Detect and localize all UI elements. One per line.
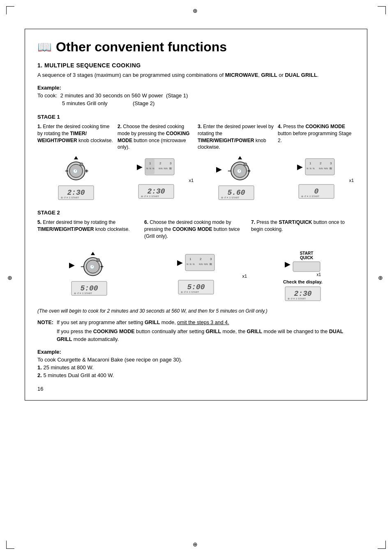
step6-text: 6. Choose the desired cooking mode by pr…	[144, 219, 248, 248]
step2-diagram: ▶ 1 2 3 ≈ ≈ ≈ ≈≈ ≈≈ ≋	[118, 155, 194, 199]
step5-col: 5. Enter desired time by rotating the TI…	[37, 219, 141, 302]
svg-text:2:30: 2:30	[147, 187, 165, 196]
example2-section: Example: To cook Courgette & Macaroni Ba…	[37, 349, 355, 378]
stage2-steps: 5. Enter desired time by rotating the TI…	[37, 219, 355, 302]
note-section: NOTE: If you set any programme after set…	[37, 319, 355, 343]
step2-display-svg: 2:30 ⊕ ↺ ✕ ≡ START	[138, 184, 175, 199]
svg-text:≈≈ ≈≈: ≈≈ ≈≈	[199, 262, 208, 266]
step2-x1: x1	[118, 178, 194, 183]
note-line1: If you set any programme after setting G…	[57, 319, 355, 327]
step5-display-svg: 5:00 ⊕ ↺ ✕ ≡ START	[71, 281, 108, 296]
svg-text:2: 2	[159, 161, 161, 165]
example2-item1: 1. 25 minutes at 800 W.	[37, 364, 355, 371]
page-number: 16	[37, 386, 355, 392]
step6-col: 6. Choose the desired cooking mode by pr…	[144, 219, 248, 302]
svg-text:1: 1	[309, 161, 311, 165]
note-content: If you set any programme after setting G…	[57, 319, 355, 343]
svg-point-26	[244, 163, 247, 166]
example2-label: Example:	[37, 349, 355, 355]
step4-col: 4. Press the COOKING MODE button before …	[278, 123, 355, 200]
reg-mark-left	[7, 274, 14, 281]
step7-text: 7. Press the START/QUICK button once to …	[251, 219, 355, 248]
svg-text:−: −	[81, 263, 84, 270]
section1-title: 1. MULTIPLE SEQUENCE COOKING	[37, 62, 355, 69]
svg-text:≋: ≋	[169, 166, 172, 170]
svg-text:2:30: 2:30	[294, 290, 311, 298]
step7-col: 7. Press the START/QUICK button once to …	[251, 219, 355, 302]
step7-diagram: ▶ STARTQUICK x1 Check the display.	[251, 251, 355, 302]
svg-text:⊕ ↺ ✕ ≡ START: ⊕ ↺ ✕ ≡ START	[181, 291, 199, 293]
content-box: 📖 Other convenient functions 1. MULTIPLE…	[25, 29, 367, 401]
page-title: 📖 Other convenient functions	[37, 39, 355, 55]
svg-text:≈ ≈ ≈: ≈ ≈ ≈	[187, 262, 195, 266]
check-display-label: Check the display.	[283, 279, 323, 284]
svg-text:3: 3	[170, 161, 172, 165]
note-label: NOTE:	[37, 319, 53, 343]
step2-col: 2. Choose the desired cooking mode by pr…	[118, 123, 194, 200]
step7-display-svg: 2:30 ⊕ ↺ ✕ ≡ START	[284, 286, 321, 302]
svg-text:⊕ ↺ ✕ ≡ START: ⊕ ↺ ✕ ≡ START	[301, 195, 320, 198]
example2-line1: To cook Courgette & Macaroni Bake (see r…	[37, 357, 355, 363]
svg-text:≈ ≈ ≈: ≈ ≈ ≈	[307, 166, 315, 170]
svg-text:≋: ≋	[209, 262, 212, 266]
svg-text:5:00: 5:00	[187, 283, 205, 291]
svg-marker-41	[91, 252, 95, 255]
svg-marker-0	[74, 156, 78, 159]
example1-label: Example:	[37, 85, 355, 91]
step5-knob-svg: − + 🕐	[76, 251, 109, 279]
svg-text:⊕ ↺ ✕ ≡ START: ⊕ ↺ ✕ ≡ START	[221, 196, 240, 199]
svg-point-5	[80, 163, 83, 166]
svg-text:+: +	[85, 168, 88, 174]
svg-text:⊕ ↺ ✕ ≡ START: ⊕ ↺ ✕ ≡ START	[61, 196, 79, 199]
step3-knob-svg: − + 🕐	[224, 155, 256, 183]
svg-text:⊕ ↺ ✕ ≡ START: ⊕ ↺ ✕ ≡ START	[141, 195, 159, 198]
corner-tl	[6, 6, 14, 14]
step4-x1: x1	[278, 178, 355, 183]
footer-note: (The oven will begin to cook for 2 minut…	[37, 308, 355, 314]
example2-item2: 2. 5 minutes Dual Grill at 400 W.	[37, 372, 355, 378]
step4-text: 4. Press the COOKING MODE button before …	[278, 123, 355, 152]
step7-button-svg	[292, 261, 321, 272]
svg-text:0: 0	[314, 187, 318, 196]
svg-text:⊕ ↺ ✕ ≡ START: ⊕ ↺ ✕ ≡ START	[74, 292, 92, 295]
step1-col: 1. Enter the desired cooking time by rot…	[37, 123, 114, 200]
step6-display-svg: 5:00 ⊕ ↺ ✕ ≡ START	[178, 279, 214, 295]
corner-tr	[378, 6, 386, 14]
svg-text:+: +	[247, 168, 251, 174]
step3-text: 3. Enter the desired power level by rota…	[198, 123, 274, 152]
svg-text:1: 1	[189, 257, 191, 261]
stage1-label: STAGE 1	[37, 114, 355, 120]
step6-x1: x1	[144, 274, 248, 279]
svg-text:−: −	[65, 168, 68, 174]
reg-mark-right	[378, 274, 385, 281]
step3-display-svg: 5.60 ⊕ ↺ ✕ ≡ START	[218, 185, 255, 200]
svg-rect-61	[293, 262, 320, 272]
step1-text: 1. Enter the desired cooking time by rot…	[37, 123, 114, 152]
example1-line1: To cook: 2 minutes and 30 seconds on 560…	[37, 92, 355, 99]
svg-text:3: 3	[210, 257, 212, 261]
note-line2: If you press the COOKING MODE button con…	[57, 328, 355, 343]
step1-knob-svg: − + 🕐	[58, 155, 95, 183]
svg-text:+: +	[100, 263, 104, 270]
title-text: Other convenient functions	[56, 39, 227, 55]
svg-text:2: 2	[320, 161, 322, 165]
reg-mark-bottom	[193, 541, 199, 548]
reg-mark-top	[193, 7, 199, 14]
step2-panel-svg: 1 2 3 ≈ ≈ ≈ ≈≈ ≈≈ ≋	[144, 155, 175, 178]
example1-line2: 5 minutes Grill only (Stage 2)	[62, 100, 355, 106]
step4-panel-svg: 1 2 3 ≈ ≈ ≈ ≈≈ ≈≈ ≋	[304, 155, 335, 178]
step6-panel-svg: 1 2 3 ≈ ≈ ≈ ≈≈ ≈≈ ≋	[184, 251, 215, 274]
svg-point-46	[97, 258, 100, 262]
stage1-steps: 1. Enter the desired cooking time by rot…	[37, 123, 355, 200]
svg-text:⊕ ↺ ✕ ≡ START: ⊕ ↺ ✕ ≡ START	[288, 297, 306, 300]
corner-br	[378, 541, 386, 549]
svg-text:2: 2	[200, 257, 202, 261]
svg-text:−: −	[228, 168, 231, 174]
svg-rect-17	[145, 159, 154, 174]
svg-text:🕐: 🕐	[73, 168, 78, 174]
step1-display-svg: 2:30 ⊕ ↺ ✕ ≡ START	[58, 185, 95, 200]
svg-text:5:00: 5:00	[80, 284, 98, 292]
svg-text:🕐: 🕐	[237, 168, 242, 174]
step1-diagram: − + 🕐 2:30	[37, 155, 114, 200]
corner-bl	[6, 541, 14, 549]
